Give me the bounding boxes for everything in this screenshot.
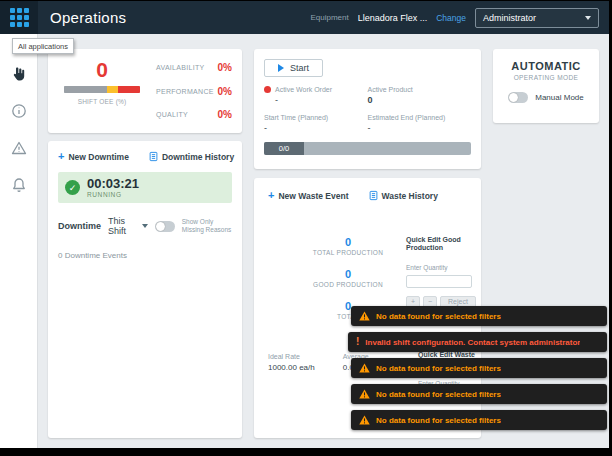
gauge-segment [107,86,118,93]
active-product-block: Active Product 0 [368,86,472,105]
stat-total-production: 0 TOTAL PRODUCTION [288,236,408,256]
ideal-rate-label: Ideal Rate [268,353,315,360]
good-quantity-input[interactable] [406,275,472,288]
page-title: Operations [50,9,126,26]
change-equipment-link[interactable]: Change [436,13,466,23]
sidebar-item-info[interactable] [8,101,30,121]
downtime-filter-row: Downtime This Shift Show Only Missing Re… [58,216,232,236]
manual-mode-row: Manual Mode [503,92,589,103]
enter-quantity-label: Enter Quantity [406,264,478,271]
manual-mode-toggle[interactable] [508,92,528,103]
document-icon [149,151,158,162]
work-order-progress-value: 0/0 [264,142,304,155]
missing-reasons-toggle-label: Show Only Missing Reasons [182,218,232,235]
status-dot-icon [264,86,271,93]
toast-text: No data found for selected filters [376,364,501,373]
toast-stack: No data found for selected filters ! Inv… [348,306,607,430]
stat-label: GOOD PRODUCTION [288,281,408,288]
toast-text: No data found for selected filters [376,416,501,425]
toast-no-data[interactable]: No data found for selected filters [351,358,607,378]
work-order-card: Start Active Work Order - Active Product [254,49,481,169]
equipment-label: Equipment [310,13,348,22]
metric-value: 0% [218,62,232,73]
warning-triangle-icon [359,389,370,399]
all-applications-tooltip: All applications [12,38,74,54]
plus-icon: + [268,190,274,201]
metric-label: QUALITY [156,111,188,118]
toast-no-data[interactable]: No data found for selected filters [351,410,607,430]
plus-icon: + [58,151,64,162]
downtime-filter-title: Downtime [58,221,101,231]
manual-mode-label: Manual Mode [535,93,583,102]
toast-no-data[interactable]: No data found for selected filters [351,384,607,404]
sidebar [0,34,38,448]
toast-text: Invalid shift configuration. Contact sys… [365,338,580,347]
start-button[interactable]: Start [264,59,323,77]
waste-history-label: Waste History [382,191,438,201]
chevron-down-icon [585,16,591,20]
alert-triangle-icon [11,140,27,156]
new-waste-event-button[interactable]: + New Waste Event [268,190,349,201]
warning-triangle-icon [359,415,370,425]
downtime-history-label: Downtime History [162,152,234,162]
new-downtime-label: New Downtime [68,152,128,162]
active-work-order-block: Active Work Order - [264,86,368,105]
running-status-banner: ✓ 00:03:21 RUNNING [58,172,232,203]
apps-grid-icon [10,8,29,27]
active-work-order-value: - [275,95,368,105]
play-icon [278,64,284,72]
oee-card: 0 SHIFT OEE (%) AVAILABILITY 0% PERFORMA… [48,49,242,133]
metric-value: 0% [218,109,232,120]
end-planned-block: Estimated End (Planned) - [368,114,472,133]
sidebar-item-operations[interactable] [8,64,30,84]
oee-gauge-label: SHIFT OEE (%) [78,98,127,105]
toast-no-data[interactable]: No data found for selected filters [351,306,607,326]
chevron-down-icon [142,224,148,228]
warning-triangle-icon [359,363,370,373]
end-planned-value: - [368,123,472,133]
metric-value: 0% [218,86,232,97]
new-downtime-button[interactable]: + New Downtime [58,151,129,162]
ideal-rate-value: 1000.00 ea/h [268,363,315,372]
check-icon: ✓ [65,180,80,195]
shift-filter-dropdown[interactable]: This Shift [108,216,148,236]
info-icon [11,103,27,119]
topbar-right: Equipment Llenadora Flex ... Change Admi… [310,8,609,28]
operating-mode-value: AUTOMATIC [503,60,589,72]
gauge-segment [118,86,140,93]
gauge-segment [64,86,107,93]
sidebar-item-alerts[interactable] [8,138,30,158]
oee-metrics: AVAILABILITY 0% PERFORMANCE 0% QUALITY 0… [146,57,232,125]
missing-reasons-toggle[interactable] [155,221,175,232]
hand-operations-icon [11,66,27,82]
end-planned-label: Estimated End (Planned) [368,114,446,121]
app-screen: Operations Equipment Llenadora Flex ... … [0,1,609,448]
quick-edit-good-section: Quick Edit Good Production Enter Quantit… [406,236,478,308]
equipment-value[interactable]: Llenadora Flex ... [358,13,428,23]
metric-row: QUALITY 0% [156,109,232,120]
operating-mode-card: AUTOMATIC OPERATING MODE Manual Mode [493,49,599,123]
toast-invalid-shift[interactable]: ! Invalid shift configuration. Contact s… [348,332,607,352]
quick-edit-good-title: Quick Edit Good Production [406,236,478,253]
shift-filter-value: This Shift [108,216,138,236]
stat-value: 0 [288,268,408,280]
metric-label: AVAILABILITY [156,64,204,71]
start-button-label: Start [290,63,309,73]
downtime-history-button[interactable]: Downtime History [149,151,234,162]
user-dropdown[interactable]: Administrator [475,8,599,28]
ideal-rate-block: Ideal Rate 1000.00 ea/h [268,353,315,372]
sidebar-item-notifications[interactable] [8,175,30,195]
operating-mode-label: OPERATING MODE [503,74,589,81]
start-planned-value: - [264,123,368,133]
waste-history-button[interactable]: Waste History [369,190,438,201]
work-order-progress-bar: 0/0 [264,142,471,155]
running-timer: 00:03:21 [87,177,139,191]
active-product-value: 0 [368,95,472,105]
topbar: Operations Equipment Llenadora Flex ... … [0,1,609,34]
metric-row: AVAILABILITY 0% [156,62,232,73]
app-launcher-button[interactable] [0,1,38,34]
error-exclaim-icon: ! [356,337,359,347]
running-timer-block: 00:03:21 RUNNING [87,177,139,198]
bell-icon [11,177,27,193]
start-planned-label: Start Time (Planned) [264,114,328,121]
